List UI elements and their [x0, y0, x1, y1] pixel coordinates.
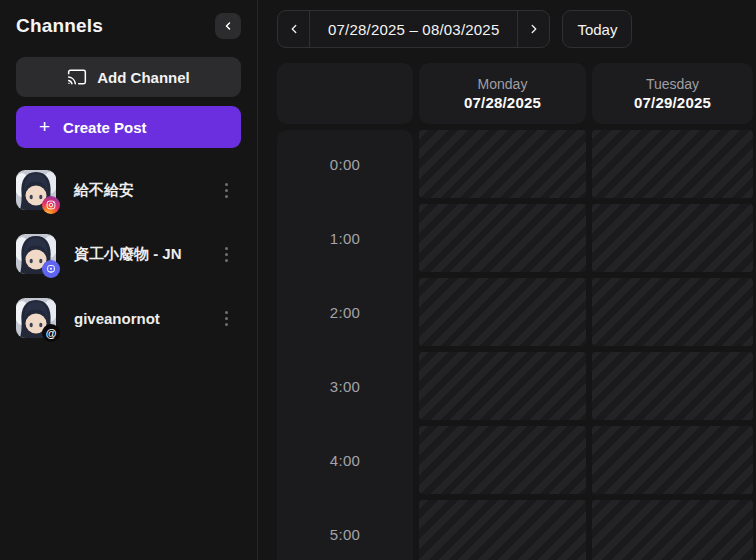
- calendar-row: 5:00: [277, 500, 756, 560]
- chevron-right-icon: [527, 22, 541, 36]
- avatar: [16, 234, 56, 274]
- channel-item[interactable]: @ giveanornot: [16, 298, 241, 338]
- time-label: 5:00: [277, 500, 413, 560]
- channel-name: 給不給安: [74, 181, 134, 200]
- channel-menu-kebab-icon[interactable]: [225, 311, 241, 326]
- channel-list: 給不給安: [16, 170, 241, 338]
- app-root: Channels Add Channel + Create Post: [0, 0, 756, 560]
- channel-item[interactable]: 資工小廢物 - JN: [16, 234, 241, 274]
- next-week-button[interactable]: [518, 11, 549, 47]
- channel-item[interactable]: 給不給安: [16, 170, 241, 210]
- calendar-row: 2:00: [277, 278, 756, 346]
- calendar-toolbar: 07/28/2025 – 08/03/2025 Today: [277, 10, 756, 48]
- add-channel-button[interactable]: Add Channel: [16, 57, 241, 97]
- day-date: 07/29/2025: [634, 94, 711, 111]
- date-range-label[interactable]: 07/28/2025 – 08/03/2025: [309, 11, 518, 47]
- calendar-row: 4:00: [277, 426, 756, 494]
- calendar-row: 3:00: [277, 352, 756, 420]
- instagram-badge-icon: [42, 196, 60, 214]
- calendar-slot[interactable]: [592, 352, 753, 420]
- cast-icon: [67, 67, 87, 87]
- calendar-slot[interactable]: [419, 204, 586, 272]
- channels-sidebar: Channels Add Channel + Create Post: [0, 0, 258, 560]
- create-post-button[interactable]: + Create Post: [16, 106, 241, 148]
- time-label: 0:00: [277, 130, 413, 198]
- avatar: @: [16, 298, 56, 338]
- calendar-slot[interactable]: [592, 500, 753, 560]
- chevron-left-icon: [287, 22, 301, 36]
- day-name: Monday: [478, 76, 528, 92]
- mastodon-badge-icon: [42, 260, 60, 278]
- prev-week-button[interactable]: [278, 11, 309, 47]
- day-header-tuesday: Tuesday 07/29/2025: [592, 63, 753, 124]
- day-header-monday: Monday 07/28/2025: [419, 63, 586, 124]
- calendar-slot[interactable]: [419, 426, 586, 494]
- add-channel-label: Add Channel: [97, 69, 190, 86]
- date-range-navigator: 07/28/2025 – 08/03/2025: [277, 10, 550, 48]
- calendar-slot[interactable]: [592, 426, 753, 494]
- calendar-slot[interactable]: [592, 204, 753, 272]
- create-post-label: Create Post: [63, 119, 146, 136]
- calendar-slot[interactable]: [419, 352, 586, 420]
- calendar-slot[interactable]: [592, 278, 753, 346]
- time-label: 4:00: [277, 426, 413, 494]
- day-date: 07/28/2025: [464, 94, 541, 111]
- time-gutter-header-cell: [277, 63, 413, 124]
- today-button[interactable]: Today: [562, 10, 632, 48]
- chevron-left-icon: [222, 20, 234, 32]
- channel-name: 資工小廢物 - JN: [74, 245, 182, 264]
- day-name: Tuesday: [646, 76, 699, 92]
- sidebar-header: Channels: [16, 12, 241, 40]
- time-label: 2:00: [277, 278, 413, 346]
- time-label: 3:00: [277, 352, 413, 420]
- channel-menu-kebab-icon[interactable]: [225, 247, 241, 262]
- calendar-row: 0:00: [277, 130, 756, 198]
- channel-name: giveanornot: [74, 310, 160, 327]
- calendar-day-header-row: Monday 07/28/2025 Tuesday 07/29/2025: [277, 63, 756, 124]
- calendar-slot[interactable]: [592, 130, 753, 198]
- calendar-row: 1:00: [277, 204, 756, 272]
- time-label: 1:00: [277, 204, 413, 272]
- plus-icon: +: [39, 117, 50, 136]
- avatar: [16, 170, 56, 210]
- calendar-slot[interactable]: [419, 130, 586, 198]
- threads-badge-icon: @: [42, 324, 60, 342]
- calendar-slot[interactable]: [419, 278, 586, 346]
- channel-menu-kebab-icon[interactable]: [225, 183, 241, 198]
- sidebar-collapse-button[interactable]: [215, 13, 241, 39]
- calendar-main: 07/28/2025 – 08/03/2025 Today Monday 07/…: [258, 0, 756, 560]
- calendar-grid: 0:00 1:00 2:00 3:00 4:00: [277, 130, 756, 560]
- sidebar-title: Channels: [16, 15, 103, 37]
- calendar-slot[interactable]: [419, 500, 586, 560]
